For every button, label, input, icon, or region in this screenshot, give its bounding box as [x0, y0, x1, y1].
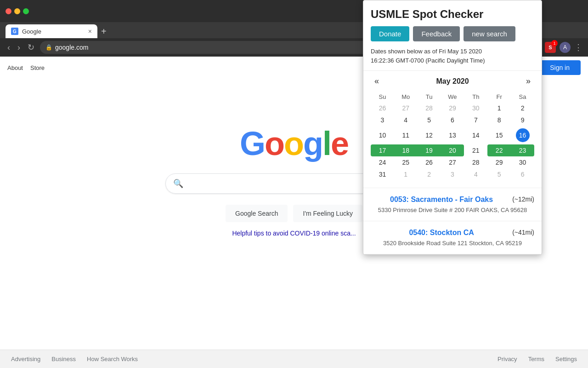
tab-close-button[interactable]: ×	[88, 28, 92, 35]
close-button[interactable]	[6, 8, 11, 14]
cal-day[interactable]: 4	[394, 114, 418, 126]
lock-icon: 🔒	[45, 44, 52, 51]
cal-day-green[interactable]: 22	[487, 144, 511, 156]
day-tu: Tu	[418, 92, 441, 102]
cal-day-green[interactable]: 18	[394, 144, 418, 156]
user-avatar[interactable]: A	[560, 42, 571, 53]
covid-link[interactable]: Helpful tips to avoid COVID-19 online sc…	[232, 230, 356, 237]
reload-button[interactable]: ↻	[26, 40, 36, 54]
calendar-header: « May 2020 »	[371, 75, 534, 88]
cal-day[interactable]: 13	[441, 126, 464, 144]
cal-day[interactable]: 27	[441, 156, 464, 168]
location-address-1: 5330 Primrose Drive Suite # 200 FAIR OAK…	[371, 207, 534, 213]
cal-day[interactable]: 2	[418, 168, 441, 180]
google-logo: Google	[240, 125, 348, 162]
google-search-button[interactable]: Google Search	[226, 205, 288, 222]
cal-day[interactable]: 28	[418, 102, 441, 114]
footer-links-left: Advertising Business How Search Works	[11, 356, 138, 362]
footer-links-right: Privacy Terms Settings	[498, 356, 577, 362]
location-name-2: 0540: Stockton CA	[371, 229, 512, 237]
cal-day-green[interactable]: 17	[371, 144, 394, 156]
location-card-1: 0053: Sacramento - Fair Oaks (~12mi) 533…	[363, 188, 542, 221]
date-line2: 16:22:36 GMT-0700 (Pacific Daylight Time…	[371, 56, 534, 65]
cal-prev-button[interactable]: «	[371, 75, 383, 88]
cal-day[interactable]: 26	[371, 102, 394, 114]
logo-g1: G	[240, 125, 265, 162]
traffic-lights	[6, 8, 29, 14]
cal-day[interactable]: 26	[418, 156, 441, 168]
business-link[interactable]: Business	[51, 356, 76, 362]
tab-favicon: G	[11, 28, 18, 35]
cal-day-green[interactable]: 20	[441, 144, 464, 156]
settings-link[interactable]: Settings	[555, 356, 577, 362]
cal-day[interactable]: 5	[487, 168, 511, 180]
cal-day-green[interactable]: 19	[418, 144, 441, 156]
cal-day[interactable]: 30	[464, 102, 487, 114]
calendar-week-3: 10 11 12 13 14 15 16	[371, 126, 534, 144]
cal-next-button[interactable]: »	[522, 75, 534, 88]
cal-day[interactable]: 12	[418, 126, 441, 144]
tab-title: Google	[22, 28, 85, 35]
terms-link[interactable]: Terms	[528, 356, 544, 362]
cal-day[interactable]: 5	[418, 114, 441, 126]
cal-day[interactable]: 29	[441, 102, 464, 114]
cal-day[interactable]: 29	[487, 156, 511, 168]
calendar-week-5: 24 25 26 27 28 29 30	[371, 156, 534, 168]
calendar: « May 2020 » Su Mo Tu We Th Fr Sa 26	[363, 70, 542, 188]
cal-day[interactable]: 27	[394, 102, 418, 114]
calendar-week-4: 17 18 19 20 21 22 23	[371, 144, 534, 156]
cal-day[interactable]: 3	[371, 114, 394, 126]
location-distance-2: (~41mi)	[512, 229, 534, 236]
about-link[interactable]: About	[7, 64, 23, 71]
cal-day[interactable]: 10	[371, 126, 394, 144]
forward-button[interactable]: ›	[16, 41, 22, 54]
cal-day[interactable]: 30	[511, 156, 534, 168]
day-we: We	[441, 92, 464, 102]
location-header-1: 0053: Sacramento - Fair Oaks (~12mi)	[371, 196, 534, 204]
cal-day[interactable]: 15	[487, 126, 511, 144]
maximize-button[interactable]	[23, 8, 29, 14]
cal-day[interactable]: 14	[464, 126, 487, 144]
cal-day[interactable]: 24	[371, 156, 394, 168]
cal-day-green[interactable]: 23	[511, 144, 534, 156]
cal-day[interactable]: 9	[511, 114, 534, 126]
new-search-button[interactable]: new search	[464, 26, 515, 41]
cal-day[interactable]: 8	[487, 114, 511, 126]
calendar-days-header: Su Mo Tu We Th Fr Sa	[371, 92, 534, 102]
feedback-button[interactable]: Feedback	[413, 26, 460, 41]
extension-icon[interactable]: S 1	[545, 42, 556, 53]
cal-day[interactable]: 21	[464, 144, 487, 156]
cal-day[interactable]: 1	[487, 102, 511, 114]
cal-day[interactable]: 2	[511, 102, 534, 114]
advertising-link[interactable]: Advertising	[11, 356, 40, 362]
back-button[interactable]: ‹	[6, 41, 12, 54]
cal-day[interactable]: 6	[441, 114, 464, 126]
calendar-grid: Su Mo Tu We Th Fr Sa 26 27 28 29 30 1	[371, 92, 534, 180]
store-link[interactable]: Store	[30, 64, 45, 71]
cal-today[interactable]: 16	[511, 126, 534, 144]
donate-button[interactable]: Donate	[371, 26, 409, 41]
cal-day[interactable]: 11	[394, 126, 418, 144]
signin-button[interactable]: Sign in	[539, 60, 581, 75]
cal-day[interactable]: 1	[394, 168, 418, 180]
favicon-letter: G	[13, 29, 17, 34]
popup-date: Dates shown below as of Fri May 15 2020 …	[371, 47, 534, 65]
location-name-1: 0053: Sacramento - Fair Oaks	[371, 196, 512, 204]
cal-day[interactable]: 25	[394, 156, 418, 168]
cal-day[interactable]: 28	[464, 156, 487, 168]
feeling-lucky-button[interactable]: I'm Feeling Lucky	[293, 205, 362, 222]
cal-day[interactable]: 6	[511, 168, 534, 180]
active-tab[interactable]: G Google ×	[6, 24, 97, 38]
cal-day[interactable]: 4	[464, 168, 487, 180]
cal-day[interactable]: 7	[464, 114, 487, 126]
menu-icon[interactable]: ⋮	[574, 42, 582, 52]
how-search-works-link[interactable]: How Search Works	[87, 356, 138, 362]
location-card-2: 0540: Stockton CA (~41mi) 3520 Brookside…	[363, 221, 542, 254]
cal-day[interactable]: 31	[371, 168, 394, 180]
new-tab-button[interactable]: +	[101, 24, 107, 38]
location-distance-1: (~12mi)	[512, 196, 534, 203]
calendar-week-2: 3 4 5 6 7 8 9	[371, 114, 534, 126]
cal-day[interactable]: 3	[441, 168, 464, 180]
privacy-link[interactable]: Privacy	[498, 356, 517, 362]
minimize-button[interactable]	[14, 8, 20, 14]
